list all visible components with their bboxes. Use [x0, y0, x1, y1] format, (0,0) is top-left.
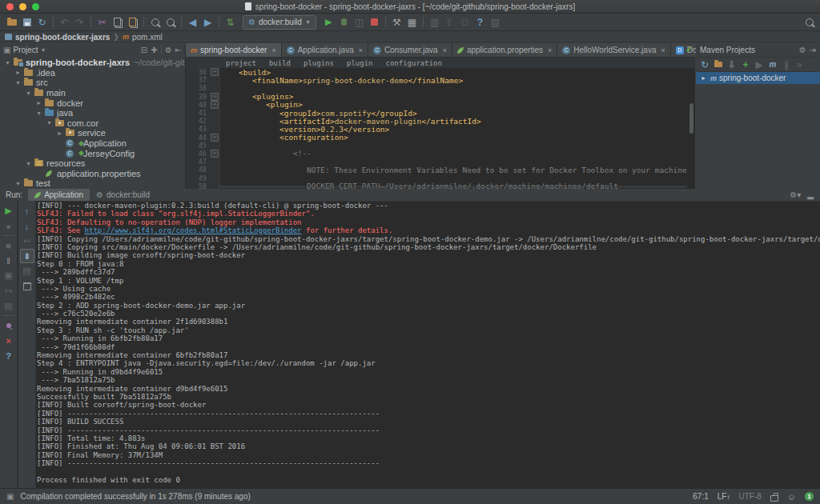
maven-add-button[interactable]: +: [739, 58, 752, 72]
tree-expand-arrow[interactable]: ▸: [34, 99, 43, 106]
fold-gutter[interactable]: –: [210, 93, 220, 101]
code-editor[interactable]: 36–<build>37<finalName>spring-boot-docke…: [186, 68, 695, 189]
close-tab-icon[interactable]: ×: [359, 46, 363, 54]
tree-expand-arrow[interactable]: ▾: [45, 119, 54, 126]
tree-expand-arrow[interactable]: ▸: [55, 130, 64, 137]
editor-tab[interactable]: application.properties×: [452, 43, 557, 57]
run-configuration-select[interactable]: ⚙ docker:build ▼: [243, 15, 316, 30]
tree-expand-arrow[interactable]: ▾: [24, 160, 33, 167]
status-message[interactable]: Compilation completed successfully in 1s…: [20, 492, 250, 501]
fold-marker[interactable]: –: [211, 68, 219, 76]
project-tab-selector[interactable]: ▣ Project ▼: [3, 46, 46, 54]
tree-expand-arrow[interactable]: ▸: [14, 69, 22, 76]
close-window-button[interactable]: [6, 3, 14, 10]
tree-expand-arrow[interactable]: ▾: [3, 59, 12, 66]
line-separator-selector[interactable]: LF↕: [718, 492, 730, 501]
console-settings-button[interactable]: ▤: [2, 298, 16, 314]
copy-button[interactable]: [110, 15, 125, 30]
maven-reimport-button[interactable]: ↻: [698, 58, 711, 72]
hide-panel-button[interactable]: ⇤: [175, 46, 182, 54]
inspection-ok-icon[interactable]: ✓: [686, 45, 693, 54]
undo-button[interactable]: ↶: [57, 15, 72, 30]
redo-button[interactable]: ↷: [72, 15, 87, 30]
maven-download-sources-button[interactable]: ⇩: [726, 58, 738, 72]
fold-gutter[interactable]: –: [210, 150, 220, 158]
breadcrumb-node[interactable]: plugin: [347, 59, 373, 67]
down-stack-trace-button[interactable]: ↓: [20, 218, 34, 234]
close-tab-icon[interactable]: ×: [661, 46, 665, 54]
tree-item[interactable]: ▸service: [0, 128, 185, 138]
run-settings-button[interactable]: ⚙▾: [790, 190, 801, 199]
clear-console-button[interactable]: [20, 278, 34, 294]
tree-item[interactable]: ▸docker: [0, 98, 185, 108]
stop-process-button[interactable]: ■: [2, 238, 16, 253]
module-settings-button[interactable]: ▥: [427, 15, 442, 30]
close-tab-icon[interactable]: ×: [443, 46, 447, 54]
tree-item[interactable]: ▾test: [0, 178, 185, 189]
paste-button[interactable]: [125, 15, 140, 30]
thread-dump-button[interactable]: ▣: [2, 268, 16, 283]
vcs-update-button[interactable]: ⇅: [223, 15, 238, 30]
maven-skip-tests-button[interactable]: ∦: [780, 58, 793, 72]
soft-wrap-button[interactable]: ↩: [20, 234, 34, 249]
fold-marker[interactable]: –: [211, 134, 219, 142]
notification-badge[interactable]: 1: [805, 492, 814, 501]
run-hide-button[interactable]: ▂: [807, 190, 814, 199]
tree-item[interactable]: application.properties: [0, 169, 185, 179]
editor-tab[interactable]: CConsumer.java×: [368, 43, 452, 57]
tree-item[interactable]: ▾main: [0, 88, 185, 98]
zoom-window-button[interactable]: [32, 3, 39, 10]
docker-tool-button[interactable]: ▧: [488, 15, 503, 30]
maven-overflow-button[interactable]: »: [794, 58, 805, 72]
scroll-from-source-button[interactable]: ✚: [151, 46, 157, 54]
tree-expand-arrow[interactable]: ▸: [699, 74, 708, 82]
tree-item[interactable]: ▾src: [0, 78, 185, 88]
tree-expand-arrow[interactable]: ▾: [14, 180, 22, 187]
panel-settings-button[interactable]: ⚙: [165, 46, 172, 54]
fold-marker[interactable]: –: [211, 101, 219, 109]
editor-horizontal-scrollbar[interactable]: [218, 186, 687, 188]
maven-goal-icon[interactable]: m: [766, 58, 779, 72]
fold-gutter[interactable]: –: [210, 101, 220, 109]
maven-project-item[interactable]: ▸mspring-boot-docker: [696, 72, 820, 84]
up-stack-trace-button[interactable]: ↑: [20, 203, 34, 218]
tree-expand-arrow[interactable]: ▾: [34, 110, 43, 117]
coverage-button[interactable]: ◫: [352, 15, 367, 30]
detach-button[interactable]: ↦: [2, 283, 16, 298]
forward-button[interactable]: ▶: [200, 15, 215, 30]
print-button[interactable]: ▤: [20, 263, 34, 278]
close-tab-icon[interactable]: ×: [271, 46, 275, 54]
open-folder-button[interactable]: [4, 15, 19, 30]
sdk-button[interactable]: ⚇: [457, 15, 472, 30]
maven-settings-button[interactable]: ⚙: [799, 46, 806, 54]
editor-vertical-scrollbar[interactable]: [689, 103, 693, 134]
cut-button[interactable]: ✂: [94, 15, 110, 30]
minimize-window-button[interactable]: [19, 3, 26, 10]
caret-position[interactable]: 67:1: [693, 492, 708, 501]
replace-button[interactable]: [163, 15, 178, 30]
search-everywhere-button[interactable]: [802, 15, 817, 30]
breadcrumb-node[interactable]: plugins: [303, 59, 334, 67]
run-help-button[interactable]: ?: [2, 348, 16, 363]
tree-expand-arrow[interactable]: ▾: [14, 79, 22, 86]
lock-icon[interactable]: [770, 495, 778, 502]
tree-item[interactable]: ▾java: [0, 108, 185, 118]
tree-item[interactable]: CApplication: [0, 138, 185, 149]
breadcrumb-node[interactable]: build: [269, 59, 291, 67]
editor-tab[interactable]: CHelloWorldService.java×: [557, 43, 670, 57]
help-button[interactable]: ?: [472, 15, 488, 30]
editor-tab[interactable]: mspring-boot-docker×: [186, 43, 282, 57]
console-link[interactable]: http://www.slf4j.org/codes.html#StaticLo…: [85, 226, 302, 234]
run-tab[interactable]: ⚙docker:build: [90, 189, 156, 201]
toggle-toolwindows-button[interactable]: ▣: [6, 492, 14, 501]
breadcrumb-file[interactable]: pom.xml: [132, 33, 163, 42]
rerun-failed-button[interactable]: ●: [2, 218, 16, 234]
tree-item[interactable]: ▾com.cor: [0, 118, 185, 129]
close-tab-button[interactable]: ×: [2, 333, 16, 348]
close-tab-icon[interactable]: ×: [548, 46, 552, 54]
export-button[interactable]: ⇧: [442, 15, 457, 30]
rerun-button[interactable]: ▶: [2, 203, 16, 218]
tree-item[interactable]: ▾spring-boot-docker-jaxrs~/code/git-gith…: [0, 58, 185, 68]
debug-button[interactable]: [336, 15, 352, 30]
find-button[interactable]: [147, 15, 163, 30]
